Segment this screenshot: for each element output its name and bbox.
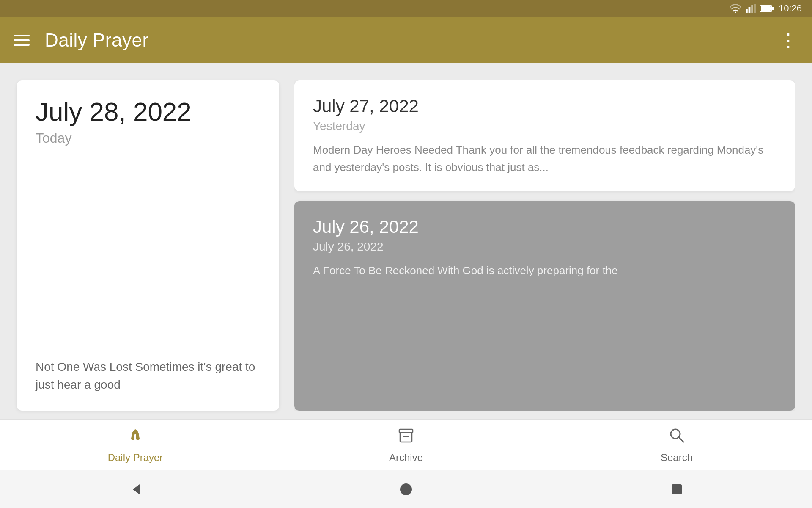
main-content: July 28, 2022 Today Not One Was Lost Som… (0, 64, 812, 419)
tab-daily-prayer-label: Daily Prayer (108, 452, 163, 464)
home-circle-icon (398, 481, 414, 498)
svg-rect-1 (746, 9, 748, 13)
archive-icon (397, 426, 415, 448)
today-date: July 28, 2022 (36, 97, 261, 126)
svg-point-13 (400, 483, 412, 495)
overflow-menu-button[interactable]: ⋮ (779, 36, 798, 45)
signal-icon (746, 4, 756, 13)
svg-rect-9 (403, 436, 409, 437)
svg-rect-8 (399, 429, 413, 433)
yesterday-date: July 27, 2022 (313, 96, 776, 117)
tab-daily-prayer[interactable]: Daily Prayer (0, 420, 271, 470)
svg-rect-6 (772, 7, 774, 10)
recents-button[interactable] (664, 477, 689, 502)
search-icon (667, 426, 686, 448)
system-navigation (0, 470, 812, 508)
svg-rect-4 (754, 4, 756, 13)
tab-archive-label: Archive (389, 452, 423, 464)
wifi-icon (730, 4, 741, 13)
card-older[interactable]: July 26, 2022 July 26, 2022 A Force To B… (294, 201, 795, 411)
status-bar: 10:26 (0, 0, 812, 17)
older-text: A Force To Be Reckoned With God is activ… (313, 262, 776, 279)
tab-search[interactable]: Search (541, 420, 812, 470)
yesterday-text: Modern Day Heroes Needed Thank you for a… (313, 141, 776, 176)
svg-rect-14 (672, 484, 682, 494)
daily-prayer-icon (126, 426, 145, 448)
app-title: Daily Prayer (45, 30, 149, 51)
older-date: July 26, 2022 (313, 216, 776, 237)
bottom-navigation: Daily Prayer Archive Search (0, 419, 812, 470)
app-bar: Daily Prayer ⋮ (0, 17, 812, 64)
older-sublabel: July 26, 2022 (313, 240, 776, 254)
recents-square-icon (668, 481, 685, 498)
svg-rect-2 (749, 7, 751, 13)
svg-point-0 (735, 12, 736, 13)
back-arrow-icon (127, 481, 144, 498)
svg-rect-7 (761, 6, 771, 11)
yesterday-label: Yesterday (313, 119, 776, 133)
menu-button[interactable] (14, 35, 30, 46)
tab-archive[interactable]: Archive (271, 420, 541, 470)
today-label: Today (36, 130, 261, 146)
card-today[interactable]: July 28, 2022 Today Not One Was Lost Som… (17, 80, 279, 411)
battery-icon (760, 4, 774, 13)
svg-line-11 (679, 437, 683, 442)
home-button[interactable] (393, 477, 419, 502)
svg-marker-12 (133, 484, 140, 494)
svg-rect-3 (751, 5, 753, 13)
status-time: 10:26 (779, 3, 802, 14)
tab-search-label: Search (661, 452, 693, 464)
card-yesterday[interactable]: July 27, 2022 Yesterday Modern Day Heroe… (294, 80, 795, 191)
right-column: July 27, 2022 Yesterday Modern Day Heroe… (294, 80, 795, 411)
back-button[interactable] (123, 477, 148, 502)
today-preview: Not One Was Lost Sometimes it's great to… (36, 350, 261, 394)
